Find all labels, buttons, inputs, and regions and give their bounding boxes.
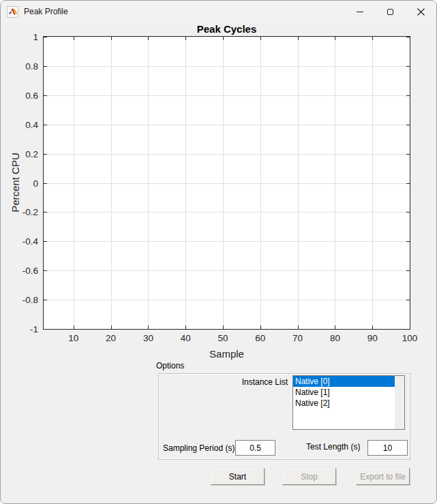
y-axis-label: Percent CPU	[10, 153, 21, 212]
y-tick-mark	[406, 183, 410, 184]
x-tick-mark	[223, 37, 224, 40]
x-tick-label: 30	[143, 333, 153, 343]
x-tick-mark	[111, 326, 112, 329]
close-icon	[417, 8, 425, 16]
stop-button[interactable]: Stop	[282, 468, 336, 485]
close-button[interactable]	[406, 1, 436, 22]
x-tick-label: 90	[367, 333, 378, 343]
y-tick-label: 0.8	[25, 61, 38, 71]
chart-title: Peak Cycles	[43, 23, 410, 35]
y-gridline	[44, 241, 410, 242]
instance-list-item[interactable]: Native [0]	[293, 376, 395, 387]
y-tick-mark	[44, 329, 47, 330]
y-tick-label: 0.4	[25, 119, 38, 129]
x-tick-label: 80	[330, 333, 340, 343]
x-tick-label: 50	[218, 333, 228, 343]
y-tick-mark	[44, 66, 47, 67]
figure-canvas: Peak Cycles 10203040506070809010010.80.6…	[1, 22, 436, 503]
y-tick-mark	[44, 241, 47, 242]
y-tick-label: -1	[30, 324, 38, 334]
instance-list-label: Instance List	[220, 377, 288, 387]
sampling-period-label: Sampling Period (s)	[163, 443, 235, 453]
minimize-button[interactable]	[344, 1, 375, 22]
y-gridline	[44, 125, 410, 125]
window-controls	[344, 1, 436, 22]
y-tick-mark	[406, 125, 410, 125]
y-tick-mark	[406, 329, 410, 330]
instance-list-items: Native [0] Native [1] Native [2]	[293, 376, 395, 429]
x-tick-label: 20	[106, 333, 116, 343]
y-tick-label: 1	[33, 32, 38, 42]
x-axis-label: Sample	[43, 348, 410, 360]
listbox-scrollbar[interactable]	[395, 376, 404, 429]
x-tick-mark	[74, 326, 74, 329]
y-tick-mark	[44, 300, 47, 300]
y-gridline	[44, 95, 410, 96]
y-gridline	[44, 300, 410, 300]
test-length-input[interactable]	[367, 440, 408, 456]
x-tick-mark	[260, 37, 261, 40]
y-tick-label: -0.8	[22, 295, 38, 305]
y-tick-mark	[44, 212, 47, 212]
y-tick-label: -0.6	[22, 266, 38, 276]
x-tick-mark	[74, 37, 74, 40]
x-tick-mark	[335, 37, 335, 40]
options-panel-label: Options	[156, 361, 184, 371]
maximize-button[interactable]	[375, 1, 406, 22]
y-tick-mark	[406, 95, 410, 96]
y-tick-mark	[44, 154, 47, 155]
x-tick-mark	[298, 37, 299, 40]
y-tick-mark	[44, 125, 47, 125]
window-title: Peak Profile	[24, 7, 68, 16]
x-tick-mark	[148, 37, 149, 40]
matlab-figure-window: Peak Profile Peak Cycles 102030405060708…	[0, 0, 437, 504]
matlab-logo-icon	[7, 6, 18, 18]
instance-listbox[interactable]: Native [0] Native [1] Native [2]	[292, 375, 405, 430]
y-tick-mark	[406, 154, 410, 155]
y-tick-mark	[44, 183, 47, 184]
x-tick-mark	[298, 326, 299, 329]
x-tick-mark	[185, 37, 186, 40]
y-tick-mark	[406, 270, 410, 271]
sampling-period-input[interactable]	[235, 440, 275, 456]
x-tick-mark	[372, 37, 373, 40]
titlebar[interactable]: Peak Profile	[1, 1, 436, 22]
x-tick-mark	[410, 326, 410, 329]
x-tick-mark	[185, 326, 186, 329]
y-tick-mark	[44, 270, 47, 271]
x-tick-mark	[223, 326, 224, 329]
x-tick-label: 40	[181, 333, 191, 343]
plot-area: 10203040506070809010010.80.60.40.20-0.2-…	[43, 36, 410, 330]
instance-list-item[interactable]: Native [2]	[293, 398, 395, 409]
maximize-icon	[387, 9, 393, 15]
y-tick-mark	[406, 300, 410, 300]
minimize-icon	[357, 12, 363, 12]
y-tick-mark	[406, 212, 410, 212]
instance-list-item[interactable]: Native [1]	[293, 387, 395, 398]
x-tick-mark	[260, 326, 261, 329]
y-gridline	[44, 66, 410, 67]
y-gridline	[44, 212, 410, 212]
x-tick-label: 60	[255, 333, 265, 343]
x-tick-label: 70	[292, 333, 303, 343]
y-tick-label: -0.4	[22, 236, 38, 247]
y-tick-mark	[406, 66, 410, 67]
y-tick-mark	[406, 241, 410, 242]
y-gridline	[44, 183, 410, 184]
start-button[interactable]: Start	[211, 468, 265, 485]
y-tick-mark	[44, 37, 47, 37]
x-tick-label: 10	[68, 333, 78, 343]
y-tick-label: 0.6	[25, 90, 38, 100]
y-tick-label: 0.2	[25, 148, 38, 159]
x-tick-mark	[148, 326, 149, 329]
x-tick-mark	[410, 37, 410, 40]
x-tick-label: 100	[402, 333, 418, 343]
export-button[interactable]: Export to file	[356, 468, 410, 485]
y-gridline	[44, 154, 410, 155]
y-tick-label: 0	[33, 178, 38, 188]
y-tick-mark	[406, 37, 410, 37]
x-tick-mark	[111, 37, 112, 40]
x-tick-mark	[372, 326, 373, 329]
y-gridline	[44, 270, 410, 271]
y-tick-mark	[44, 95, 47, 96]
